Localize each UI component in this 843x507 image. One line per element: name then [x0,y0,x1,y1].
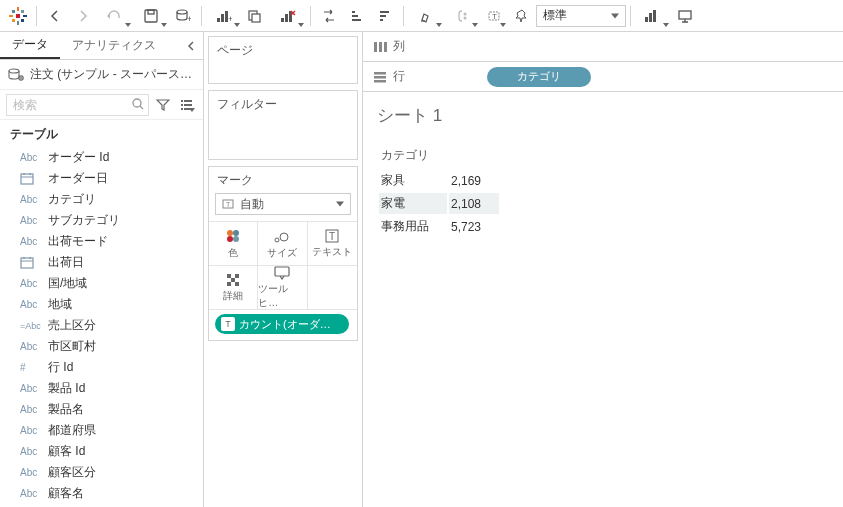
clear-sheet-button[interactable] [270,2,306,30]
field-出荷日[interactable]: 出荷日 [0,252,203,273]
pin-button[interactable] [508,2,536,30]
group-button[interactable] [444,2,480,30]
viz-area: シート 1 カテゴリ 家具2,169家電2,108事務用品5,723 [362,92,843,507]
view-fields-button[interactable] [177,95,197,115]
field-オーダー Id[interactable]: Abcオーダー Id [0,147,203,168]
field-行 Id[interactable]: #行 Id [0,357,203,378]
mark-text-pill[interactable]: T カウント(オーダー .. [215,314,349,334]
date-icon [20,172,42,185]
filter-fields-button[interactable] [153,95,173,115]
tab-analytics[interactable]: アナリティクス [60,32,168,59]
forward-button[interactable] [69,2,97,30]
svg-rect-10 [148,10,154,14]
back-button[interactable] [41,2,69,30]
svg-rect-13 [217,18,220,22]
show-me-button[interactable] [635,2,671,30]
new-datasource-button[interactable]: + [169,2,197,30]
field-製品名[interactable]: Abc製品名 [0,399,203,420]
mark-type-select[interactable]: T 自動 [215,193,351,215]
field-顧客区分[interactable]: Abc顧客区分 [0,462,203,483]
marks-card: マーク T 自動 色 サイズ T テキスト [208,166,358,341]
undo-button[interactable] [97,2,133,30]
svg-rect-63 [374,42,377,52]
rows-pill-category[interactable]: カテゴリ [487,67,591,87]
svg-rect-4 [16,14,20,18]
tab-data[interactable]: データ [0,32,60,59]
abc-icon: =Abc [20,321,42,331]
main-toolbar: + + T 標準 [0,0,843,32]
abc-icon: Abc [20,194,42,205]
field-label: 顧客名 [48,485,84,502]
mark-text-button[interactable]: T テキスト [308,222,357,266]
table-row[interactable]: 事務用品5,723 [379,216,499,237]
abc-icon: Abc [20,215,42,226]
field-都道府県[interactable]: Abc都道府県 [0,420,203,441]
fit-select[interactable]: 標準 [536,5,626,27]
search-input[interactable] [6,94,149,116]
field-顧客 Id[interactable]: Abc顧客 Id [0,441,203,462]
field-label: 顧客区分 [48,464,96,481]
sort-asc-button[interactable] [343,2,371,30]
svg-rect-33 [649,13,652,22]
size-icon [273,228,291,244]
row-label: 事務用品 [379,216,447,237]
new-worksheet-button[interactable]: + [206,2,242,30]
row-value: 5,723 [449,216,499,237]
collapse-pane-button[interactable] [179,32,203,59]
svg-point-36 [9,69,19,73]
svg-point-29 [464,16,467,19]
columns-shelf[interactable]: 列 [362,32,843,62]
mark-detail-button[interactable]: 詳細 [209,266,258,310]
search-icon [131,97,145,111]
sort-desc-button[interactable] [371,2,399,30]
row-label: 家具 [379,170,447,191]
abc-icon: Abc [20,404,42,415]
field-カテゴリ[interactable]: Abcカテゴリ [0,189,203,210]
field-label: 行 Id [48,359,73,376]
field-国/地域[interactable]: Abc国/地域 [0,273,203,294]
table-row[interactable]: 家具2,169 [379,170,499,191]
field-製品 Id[interactable]: Abc製品 Id [0,378,203,399]
svg-text:+: + [228,14,232,23]
filters-card[interactable]: フィルター [208,90,358,160]
field-出荷モード[interactable]: Abc出荷モード [0,231,203,252]
svg-point-53 [275,238,279,242]
abc-icon: Abc [20,383,42,394]
duplicate-sheet-button[interactable] [242,2,270,30]
field-売上区分[interactable]: =Abc売上区分 [0,315,203,336]
svg-text:T: T [329,231,335,242]
rows-shelf[interactable]: 行 カテゴリ [362,62,843,92]
pages-card[interactable]: ページ [208,36,358,84]
field-地域[interactable]: Abc地域 [0,294,203,315]
text-icon: T [325,229,339,243]
sheet-title[interactable]: シート 1 [377,104,829,127]
labels-button[interactable]: T [480,2,508,30]
mark-size-button[interactable]: サイズ [258,222,307,266]
svg-rect-61 [231,278,235,282]
field-label: 国/地域 [48,275,87,292]
table-row[interactable]: 家電2,108 [379,193,499,214]
field-市区町村[interactable]: Abc市区町村 [0,336,203,357]
field-顧客名[interactable]: Abc顧客名 [0,483,203,504]
datasource-row[interactable]: 注文 (サンプル - スーパース… [0,60,203,90]
svg-rect-59 [227,282,231,286]
field-label: 製品 Id [48,380,85,397]
svg-rect-42 [184,104,192,106]
mark-color-button[interactable]: 色 [209,222,258,266]
field-サブカテゴリ[interactable]: Abcサブカテゴリ [0,210,203,231]
field-search[interactable] [6,94,149,116]
rows-label: 行 [393,68,405,85]
svg-rect-45 [21,174,33,184]
presentation-button[interactable] [671,2,699,30]
field-オーダー日[interactable]: オーダー日 [0,168,203,189]
field-label: 都道府県 [48,422,96,439]
svg-point-49 [227,230,233,236]
swap-button[interactable] [315,2,343,30]
svg-rect-34 [653,10,656,22]
mark-tooltip-button[interactable]: ツールヒ… [258,266,307,310]
highlight-button[interactable] [408,2,444,30]
detail-icon [226,273,240,287]
svg-rect-21 [289,11,292,22]
svg-rect-3 [23,15,27,17]
save-button[interactable] [133,2,169,30]
